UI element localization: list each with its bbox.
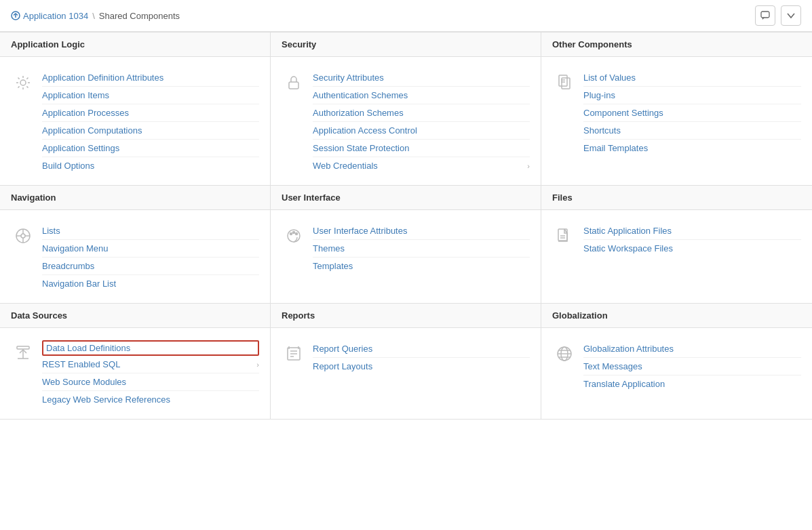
link-rest-enabled-sql[interactable]: REST Enabled SQL› xyxy=(42,356,259,373)
link-application-processes[interactable]: Application Processes xyxy=(42,104,259,122)
report-icon xyxy=(282,342,306,366)
section-application-logic: Application Logic Application Definition… xyxy=(0,33,271,186)
link-build-options[interactable]: Build Options xyxy=(42,157,259,174)
link-breadcrumbs[interactable]: Breadcrumbs xyxy=(42,258,259,275)
globe-icon xyxy=(552,342,577,366)
link-authentication-schemes[interactable]: Authentication Schemes xyxy=(313,87,530,104)
settings-button[interactable] xyxy=(781,5,801,26)
svg-rect-22 xyxy=(17,346,29,349)
section-title-navigation: Navigation xyxy=(0,186,270,210)
speech-bubble-icon xyxy=(760,10,771,21)
link-navigation-bar-list[interactable]: Navigation Bar List xyxy=(42,275,259,292)
link-application-definition-attributes[interactable]: Application Definition Attributes xyxy=(42,69,259,87)
palette-icon xyxy=(282,224,306,248)
help-button[interactable] xyxy=(755,5,775,26)
section-globalization: Globalization Globalization AttributesTe… xyxy=(541,304,812,420)
file2-icon xyxy=(552,224,577,248)
section-title-reports: Reports xyxy=(271,304,541,328)
link-list-of-values[interactable]: List of Values xyxy=(583,69,801,87)
link-application-computations[interactable]: Application Computations xyxy=(42,122,259,140)
breadcrumb-app-link[interactable]: Application 1034 xyxy=(11,11,88,21)
section-data-sources: Data Sources Data Load DefinitionsREST E… xyxy=(0,304,271,420)
gear-icon xyxy=(11,70,35,95)
link-text-messages[interactable]: Text Messages xyxy=(583,358,801,375)
section-security: Security Security AttributesAuthenticati… xyxy=(271,33,541,186)
section-files: Files Static Application FilesStatic Wor… xyxy=(541,186,812,304)
upload-icon xyxy=(11,11,20,20)
section-title-data-sources: Data Sources xyxy=(0,304,270,328)
link-globalization-attributes[interactable]: Globalization Attributes xyxy=(583,340,801,358)
link-user-interface-attributes[interactable]: User Interface Attributes xyxy=(313,222,530,240)
breadcrumb-current: Shared Components xyxy=(99,11,180,21)
svg-point-9 xyxy=(21,234,25,238)
page-header: Application 1034 \ Shared Components xyxy=(0,0,812,32)
link-web-credentials[interactable]: Web Credentials› xyxy=(313,157,530,174)
link-static-application-files[interactable]: Static Application Files xyxy=(583,222,801,240)
link-data-load-definitions[interactable]: Data Load Definitions xyxy=(42,340,259,356)
svg-rect-3 xyxy=(289,82,298,89)
link-email-templates[interactable]: Email Templates xyxy=(583,140,801,157)
section-other-components: Other Components List of ValuesPlug-insC… xyxy=(541,33,812,186)
lock-icon xyxy=(282,70,306,95)
svg-rect-4 xyxy=(559,75,567,86)
section-user-interface: User Interface User Interface Attributes… xyxy=(271,186,541,304)
section-title-globalization: Globalization xyxy=(541,304,812,328)
link-component-settings[interactable]: Component Settings xyxy=(583,104,801,122)
svg-point-15 xyxy=(290,233,292,235)
section-navigation: Navigation ListsNavigation MenuBreadcrum… xyxy=(0,186,271,304)
link-application-items[interactable]: Application Items xyxy=(42,87,259,104)
svg-point-17 xyxy=(296,233,298,235)
link-plug-ins[interactable]: Plug-ins xyxy=(583,87,801,104)
link-navigation-menu[interactable]: Navigation Menu xyxy=(42,240,259,258)
section-title-application-logic: Application Logic xyxy=(0,33,270,57)
section-title-user-interface: User Interface xyxy=(271,186,541,210)
link-translate-application[interactable]: Translate Application xyxy=(583,375,801,392)
arrow-icon: › xyxy=(256,361,259,369)
link-legacy-web-service-references[interactable]: Legacy Web Service References xyxy=(42,391,259,408)
upload-icon xyxy=(11,342,35,366)
link-application-settings[interactable]: Application Settings xyxy=(42,140,259,157)
arrow-icon: › xyxy=(527,162,530,170)
svg-point-16 xyxy=(293,232,295,234)
link-report-queries[interactable]: Report Queries xyxy=(313,340,530,358)
breadcrumb: Application 1034 \ Shared Components xyxy=(11,11,180,21)
section-title-other-components: Other Components xyxy=(541,33,812,57)
section-reports: Reports Report QueriesReport Layouts xyxy=(271,304,541,420)
svg-point-2 xyxy=(20,80,26,85)
link-authorization-schemes[interactable]: Authorization Schemes xyxy=(313,104,530,122)
section-title-files: Files xyxy=(541,186,812,210)
link-static-workspace-files[interactable]: Static Workspace Files xyxy=(583,240,801,257)
link-themes[interactable]: Themes xyxy=(313,240,530,258)
nav-icon xyxy=(11,224,35,248)
link-report-layouts[interactable]: Report Layouts xyxy=(313,358,530,375)
sections-grid: Application Logic Application Definition… xyxy=(0,32,812,420)
arrow-down-icon xyxy=(786,10,796,21)
breadcrumb-separator: \ xyxy=(92,11,95,21)
link-security-attributes[interactable]: Security Attributes xyxy=(313,69,530,87)
link-web-source-modules[interactable]: Web Source Modules xyxy=(42,373,259,391)
file-icon xyxy=(552,70,577,95)
link-session-state-protection[interactable]: Session State Protection xyxy=(313,140,530,157)
section-title-security: Security xyxy=(271,33,541,57)
link-shortcuts[interactable]: Shortcuts xyxy=(583,122,801,140)
link-lists[interactable]: Lists xyxy=(42,222,259,240)
svg-rect-1 xyxy=(761,12,769,18)
link-application-access-control[interactable]: Application Access Control xyxy=(313,122,530,140)
header-actions xyxy=(755,5,801,26)
link-templates[interactable]: Templates xyxy=(313,258,530,274)
